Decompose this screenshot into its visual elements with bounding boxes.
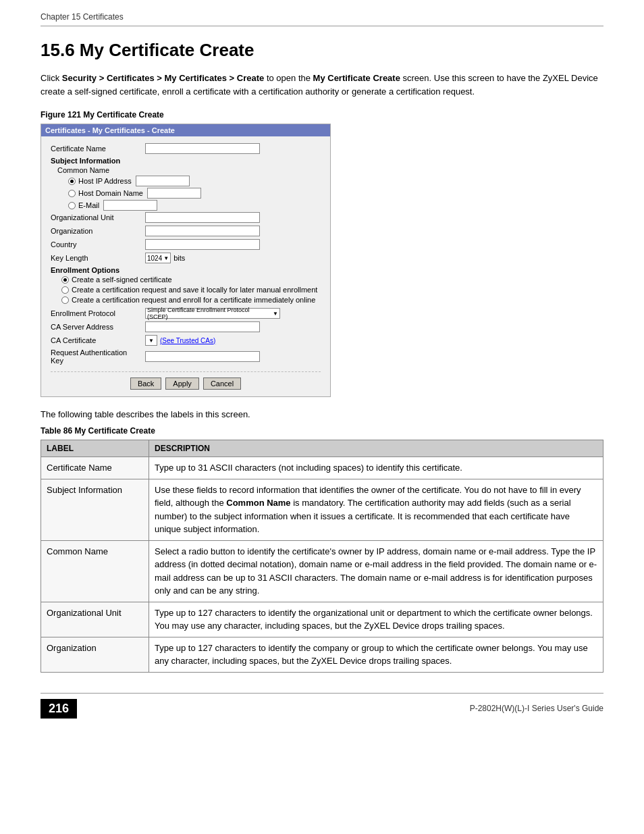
cert-name-row: Certificate Name — [51, 143, 321, 154]
country-input[interactable] — [145, 239, 260, 250]
self-signed-label: Create a self-signed certificate — [72, 276, 172, 284]
request-auth-label: Request Authentication Key — [51, 348, 145, 365]
host-ip-input[interactable] — [136, 176, 190, 186]
bits-label: bits — [173, 254, 185, 262]
scep-select[interactable]: Simple Certificate Enrollment Protocol (… — [145, 308, 280, 319]
page-number: 216 — [41, 699, 77, 719]
ca-server-label: CA Server Address — [51, 323, 145, 331]
chapter-header: Chapter 15 Certificates — [41, 12, 603, 26]
enroll-online-row: Create a certification request and enrol… — [61, 296, 321, 304]
section-title: 15.6 My Certificate Create — [41, 40, 603, 61]
scep-arrow-icon: ▼ — [273, 311, 278, 317]
host-domain-label: Host Domain Name — [78, 189, 143, 197]
email-row: E-Mail — [68, 200, 321, 211]
save-local-row: Create a certification request and save … — [61, 286, 321, 294]
key-length-select[interactable]: 1024 ▼ — [145, 253, 171, 263]
enrollment-protocol-label: Enrollment Protocol — [51, 309, 145, 317]
cert-name-label: Certificate Name — [51, 145, 145, 153]
table-row: OrganizationType up to 127 characters to… — [41, 637, 603, 672]
org-input[interactable] — [145, 226, 260, 236]
table-cell-description: Select a radio button to identify the ce… — [149, 540, 603, 602]
table-row: Organizational UnitType up to 127 charac… — [41, 602, 603, 637]
cancel-button[interactable]: Cancel — [203, 377, 241, 390]
common-name-heading: Common Name — [57, 166, 321, 174]
scep-value: Simple Certificate Enrollment Protocol (… — [147, 307, 271, 320]
page-footer: 216 P-2802H(W)(L)-I Series User's Guide — [41, 693, 603, 719]
host-domain-radio[interactable] — [68, 190, 76, 197]
country-label: Country — [51, 240, 145, 249]
ca-cert-arrow-icon: ▼ — [149, 338, 154, 344]
intro-paragraph: Click Security > Certificates > My Certi… — [41, 72, 603, 98]
save-local-radio[interactable] — [61, 286, 69, 294]
ca-cert-field: ▼ (See Trusted CAs) — [145, 335, 215, 346]
host-ip-row: Host IP Address — [68, 176, 321, 186]
org-unit-row: Organizational Unit — [51, 212, 321, 223]
table-row: Subject InformationUse these fields to r… — [41, 479, 603, 540]
ca-cert-select[interactable]: ▼ — [145, 335, 157, 346]
email-input[interactable] — [103, 200, 157, 211]
figure-label: Figure 121 My Certificate Create — [41, 110, 603, 120]
org-label: Organization — [51, 227, 145, 235]
following-text: The following table describes the labels… — [41, 409, 603, 419]
enrollment-protocol-row: Enrollment Protocol Simple Certificate E… — [51, 308, 321, 319]
table-cell-description: Type up to 127 characters to identify th… — [149, 602, 603, 637]
table-cell-label: Subject Information — [41, 479, 149, 540]
host-ip-radio[interactable] — [68, 178, 76, 185]
table-cell-label: Organization — [41, 637, 149, 672]
ca-cert-label: CA Certificate — [51, 336, 145, 344]
country-row: Country — [51, 239, 321, 250]
request-auth-row: Request Authentication Key — [51, 348, 321, 365]
host-ip-label: Host IP Address — [78, 177, 132, 185]
org-unit-label: Organizational Unit — [51, 213, 145, 221]
save-local-label: Create a certification request and save … — [72, 286, 317, 294]
key-length-label: Key Length — [51, 254, 145, 262]
table-cell-label: Certificate Name — [41, 457, 149, 479]
screenshot-figure: Certificates - My Certificates - Create … — [41, 124, 331, 397]
screenshot-titlebar: Certificates - My Certificates - Create — [41, 124, 330, 136]
back-button[interactable]: Back — [130, 377, 161, 390]
button-row: Back Apply Cancel — [51, 371, 321, 390]
host-domain-row: Host Domain Name — [68, 188, 321, 199]
common-name-section: Common Name Host IP Address Host Domain … — [57, 166, 321, 211]
table-cell-label: Common Name — [41, 540, 149, 602]
footer-series: P-2802H(W)(L)-I Series User's Guide — [470, 704, 603, 713]
table-cell-description: Use these fields to record information t… — [149, 479, 603, 540]
ca-server-input[interactable] — [145, 321, 260, 332]
host-domain-input[interactable] — [147, 188, 201, 199]
description-table: LABEL DESCRIPTION Certificate NameType u… — [41, 440, 603, 673]
ca-server-row: CA Server Address — [51, 321, 321, 332]
table-row: Certificate NameType up to 31 ASCII char… — [41, 457, 603, 479]
enroll-online-radio[interactable] — [61, 296, 69, 304]
table-cell-description: Type up to 31 ASCII characters (not incl… — [149, 457, 603, 479]
email-radio[interactable] — [68, 202, 76, 209]
subject-info-label: Subject Information — [51, 157, 321, 165]
request-auth-input[interactable] — [145, 351, 260, 362]
screen-name: My Certificate Create — [313, 73, 400, 83]
col-header-description: DESCRIPTION — [149, 440, 603, 457]
key-length-row: Key Length 1024 ▼ bits — [51, 253, 321, 263]
table-label: Table 86 My Certificate Create — [41, 426, 603, 436]
cert-name-input[interactable] — [145, 143, 260, 154]
screenshot-body: Certificate Name Subject Information Com… — [41, 136, 330, 396]
table-cell-description: Type up to 127 characters to identify th… — [149, 637, 603, 672]
table-cell-label: Organizational Unit — [41, 602, 149, 637]
select-arrow-icon: ▼ — [163, 255, 169, 261]
apply-button[interactable]: Apply — [165, 377, 199, 390]
table-row: Common NameSelect a radio button to iden… — [41, 540, 603, 602]
org-row: Organization — [51, 226, 321, 236]
trusted-cas-link[interactable]: (See Trusted CAs) — [160, 337, 215, 344]
enroll-online-label: Create a certification request and enrol… — [72, 296, 315, 304]
self-signed-row: Create a self-signed certificate — [61, 276, 321, 284]
self-signed-radio[interactable] — [61, 276, 69, 284]
ca-cert-row: CA Certificate ▼ (See Trusted CAs) — [51, 335, 321, 346]
org-unit-input[interactable] — [145, 212, 260, 223]
email-label: E-Mail — [78, 201, 99, 209]
enrollment-options-label: Enrollment Options — [51, 266, 321, 274]
nav-path: Security > Certificates > My Certificate… — [62, 73, 265, 83]
col-header-label: LABEL — [41, 440, 149, 457]
